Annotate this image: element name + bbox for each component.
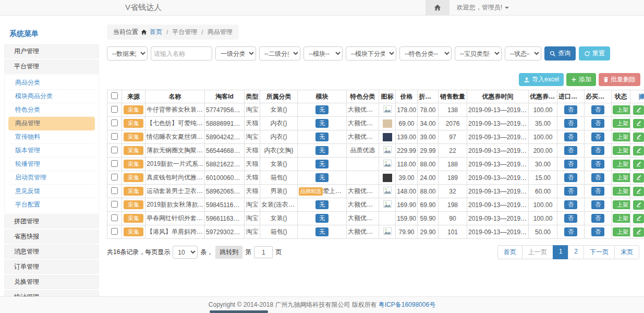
import-excel-button[interactable]: 导入excel xyxy=(519,73,564,86)
edit-button[interactable] xyxy=(633,119,644,128)
must-buy-no-badge[interactable]: 否 xyxy=(591,187,604,196)
filter-select-2[interactable]: 一级分类 xyxy=(215,46,256,61)
page-button-下一页[interactable]: 下一页 xyxy=(584,245,615,259)
sidebar-item-平台配置[interactable]: 平台配置 xyxy=(8,198,95,212)
sidebar-group-订单管理[interactable]: 订单管理 xyxy=(4,260,99,274)
filter-select-6[interactable]: --特色分类-- xyxy=(399,46,452,61)
edit-button[interactable] xyxy=(633,160,644,169)
sidebar-group-users[interactable]: 用户管理 xyxy=(4,44,99,58)
must-buy-no-badge[interactable]: 否 xyxy=(591,227,604,237)
sidebar-group-消息管理[interactable]: 消息管理 xyxy=(4,245,99,259)
select-all-checkbox[interactable] xyxy=(111,92,118,99)
must-buy-no-badge[interactable]: 否 xyxy=(591,133,604,142)
import-no-badge[interactable]: 否 xyxy=(564,187,577,196)
page-button-首页[interactable]: 首页 xyxy=(497,245,523,259)
edit-button[interactable] xyxy=(633,133,644,142)
row-checkbox[interactable] xyxy=(111,228,118,235)
must-buy-no-badge[interactable]: 否 xyxy=(591,160,604,169)
status-badge[interactable]: 上架 xyxy=(613,133,630,142)
edit-button[interactable] xyxy=(633,173,644,183)
icp-link[interactable]: 粤ICP备16098006号 xyxy=(379,300,435,309)
row-checkbox[interactable] xyxy=(111,106,118,113)
filter-select-0[interactable]: --数据来源-- xyxy=(107,46,148,61)
search-button[interactable]: 查询 xyxy=(544,46,576,61)
sidebar-group-拼团管理[interactable]: 拼团管理 xyxy=(4,214,99,228)
filter-select-4[interactable]: --模块-- xyxy=(303,46,343,61)
edit-button[interactable] xyxy=(633,105,644,115)
add-button[interactable]: 添加 xyxy=(566,73,596,86)
sidebar-group-省惠快报[interactable]: 省惠快报 xyxy=(4,230,99,244)
sidebar-item-轮播管理[interactable]: 轮播管理 xyxy=(8,158,95,171)
row-checkbox[interactable] xyxy=(111,187,118,194)
page-button-上一页[interactable]: 上一页 xyxy=(522,245,553,259)
reset-button[interactable]: 重置 xyxy=(579,46,610,61)
import-no-badge[interactable]: 否 xyxy=(564,105,577,115)
must-buy-no-badge[interactable]: 否 xyxy=(591,214,604,223)
status-badge[interactable]: 上架 xyxy=(613,187,630,196)
sidebar-item-版本管理[interactable]: 版本管理 xyxy=(8,144,95,158)
must-buy-no-badge[interactable]: 否 xyxy=(591,119,604,128)
sidebar-group-兑换管理[interactable]: 兑换管理 xyxy=(4,275,99,289)
must-buy-no-badge[interactable]: 否 xyxy=(591,105,604,115)
sidebar-group-platform[interactable]: 平台管理 xyxy=(4,59,99,74)
status-badge[interactable]: 上架 xyxy=(613,200,630,210)
row-checkbox[interactable] xyxy=(111,119,118,126)
import-no-badge[interactable]: 否 xyxy=(564,133,577,142)
import-no-badge[interactable]: 否 xyxy=(564,214,577,223)
filter-select-3[interactable]: --二级分类-- xyxy=(259,46,300,61)
page-button-1[interactable]: 1 xyxy=(553,245,569,259)
user-menu[interactable]: 欢迎您，管理员! xyxy=(449,0,516,15)
page-button-2[interactable]: 2 xyxy=(568,245,584,259)
row-checkbox[interactable] xyxy=(111,147,118,153)
operation-cell xyxy=(630,185,644,198)
edit-button[interactable] xyxy=(633,227,644,237)
import-no-badge[interactable]: 否 xyxy=(564,119,577,128)
edit-button[interactable] xyxy=(633,200,644,210)
sidebar-item-意见反馈[interactable]: 意见反馈 xyxy=(8,185,95,198)
import-no-badge[interactable]: 否 xyxy=(564,173,577,183)
breadcrumb-item-platform[interactable]: 平台管理 xyxy=(172,28,197,37)
sidebar-item-商品分类[interactable]: 商品分类 xyxy=(8,76,95,90)
status-badge[interactable]: 上架 xyxy=(613,146,630,155)
must-buy-no-badge[interactable]: 否 xyxy=(591,200,604,210)
must-buy-no-badge[interactable]: 否 xyxy=(591,173,604,183)
name-cell: 薄款无钢圈文胸聚拢性... xyxy=(145,144,205,158)
edit-button[interactable] xyxy=(633,214,644,223)
type-cell: 天猫 xyxy=(245,171,260,185)
row-checkbox[interactable] xyxy=(111,214,118,221)
sidebar-item-宣传物料[interactable]: 宣传物料 xyxy=(8,130,95,144)
import-no-badge[interactable]: 否 xyxy=(564,160,577,169)
status-badge[interactable]: 上架 xyxy=(613,119,630,128)
status-badge[interactable]: 上架 xyxy=(613,214,630,223)
import-no-badge[interactable]: 否 xyxy=(564,146,577,155)
per-page-select[interactable]: 10 xyxy=(173,246,198,259)
edit-button[interactable] xyxy=(633,146,644,155)
import-no-badge[interactable]: 否 xyxy=(564,227,577,237)
home-button[interactable] xyxy=(426,0,449,15)
filter-select-5[interactable]: --模块下分类-- xyxy=(346,46,396,61)
batch-delete-button[interactable]: 批量删除 xyxy=(599,73,640,86)
jump-button[interactable]: 跳转到 xyxy=(215,246,242,259)
name-filter-input[interactable] xyxy=(151,46,212,61)
horizontal-scrollbar-thumb[interactable] xyxy=(210,310,268,313)
row-checkbox[interactable] xyxy=(111,160,118,167)
sidebar-item-商品管理[interactable]: 商品管理 xyxy=(8,117,95,130)
sidebar-item-启动页管理[interactable]: 启动页管理 xyxy=(8,171,95,185)
row-checkbox[interactable] xyxy=(111,174,118,180)
sidebar-item-模块商品分类[interactable]: 模块商品分类 xyxy=(8,90,95,103)
sidebar-item-特色分类[interactable]: 特色分类 xyxy=(8,103,95,117)
breadcrumb-home-link[interactable]: 首页 xyxy=(150,28,162,37)
page-button-末页[interactable]: 末页 xyxy=(614,245,639,259)
import-no-badge[interactable]: 否 xyxy=(564,200,577,210)
status-badge[interactable]: 上架 xyxy=(613,105,630,115)
must-buy-no-badge[interactable]: 否 xyxy=(591,146,604,155)
jump-page-input[interactable] xyxy=(254,246,273,258)
filter-select-8[interactable]: --状态-- xyxy=(505,46,541,61)
edit-button[interactable] xyxy=(633,187,644,196)
status-badge[interactable]: 上架 xyxy=(613,173,630,183)
status-badge[interactable]: 上架 xyxy=(613,160,630,169)
row-checkbox[interactable] xyxy=(111,201,118,208)
row-checkbox[interactable] xyxy=(111,133,118,140)
status-badge[interactable]: 上架 xyxy=(613,227,630,237)
filter-select-7[interactable]: --宝贝类型-- xyxy=(455,46,502,61)
